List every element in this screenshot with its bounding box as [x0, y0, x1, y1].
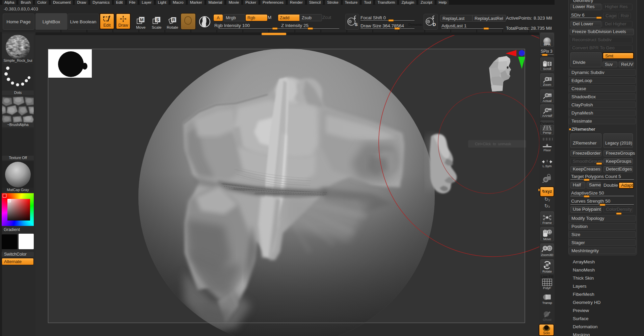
- svg-text:S: S: [355, 22, 358, 27]
- svg-text:D: D: [433, 22, 436, 27]
- svg-text:R: R: [172, 17, 176, 22]
- svg-text:S: S: [156, 17, 159, 22]
- svg-text:Ctrl+Click to unmask: Ctrl+Click to unmask: [475, 142, 511, 146]
- svg-text:x1: x1: [548, 94, 552, 97]
- svg-text:M: M: [140, 17, 144, 22]
